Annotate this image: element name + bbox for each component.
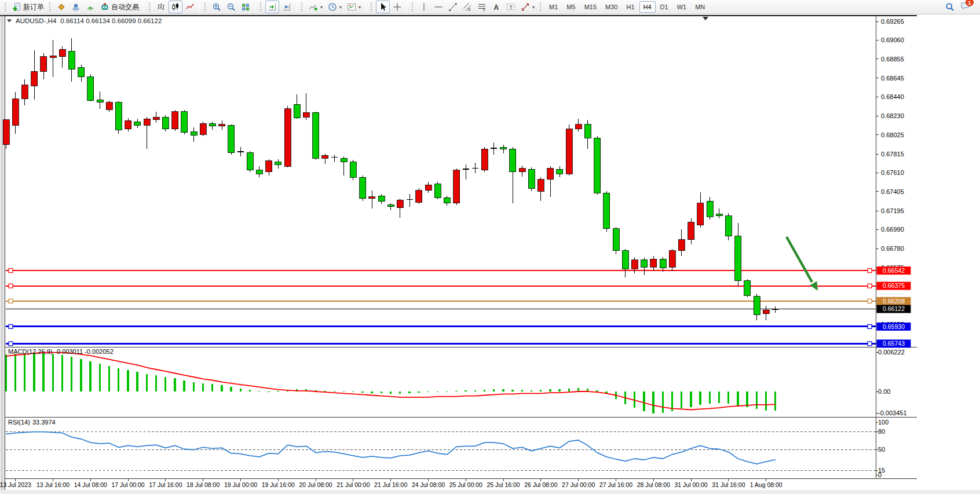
new-order-button[interactable]: 新订单 bbox=[10, 1, 46, 13]
macd-histogram-bar bbox=[361, 391, 364, 393]
line-handle[interactable] bbox=[9, 269, 13, 273]
text-button[interactable]: A bbox=[489, 1, 503, 13]
macd-histogram-bar bbox=[334, 391, 336, 391]
macd-histogram-bar bbox=[71, 357, 73, 391]
timeframe-d1-button[interactable]: D1 bbox=[656, 1, 672, 13]
tile-windows-button[interactable] bbox=[239, 1, 253, 13]
toolbar-separator bbox=[365, 2, 366, 12]
macd-histogram-bar bbox=[136, 372, 138, 391]
indicators-button[interactable]: ▾ bbox=[306, 1, 325, 13]
time-axis-label: 26 Jul 08:00 bbox=[524, 481, 557, 488]
label-icon: T bbox=[506, 2, 515, 12]
time-axis-label: 25 Jul 00:00 bbox=[449, 481, 482, 488]
candle bbox=[275, 162, 281, 165]
horizontal-line-button[interactable] bbox=[432, 1, 445, 13]
candlestick-chart-button[interactable] bbox=[169, 1, 182, 13]
candle bbox=[425, 185, 432, 191]
macd-histogram-bar bbox=[174, 378, 176, 391]
time-axis-label: 13 Jul 2023 bbox=[0, 481, 31, 488]
candle bbox=[763, 310, 769, 313]
line-chart-button[interactable] bbox=[183, 1, 197, 13]
macd-histogram-bar bbox=[108, 366, 111, 392]
line-handle[interactable] bbox=[9, 284, 13, 288]
timeframe-m1-button[interactable]: M1 bbox=[545, 1, 562, 13]
template-icon bbox=[347, 2, 356, 12]
line-handle[interactable] bbox=[868, 284, 872, 288]
macd-histogram-bar bbox=[427, 391, 430, 392]
macd-histogram-bar bbox=[5, 354, 8, 391]
timeframe-h4-button[interactable]: H4 bbox=[639, 1, 656, 13]
fibonacci-button[interactable]: F bbox=[475, 1, 489, 13]
svg-text:0.66990: 0.66990 bbox=[881, 226, 904, 233]
zoom-out-button[interactable] bbox=[224, 1, 238, 13]
trendline-button[interactable] bbox=[446, 1, 460, 13]
candle bbox=[50, 56, 56, 57]
candle bbox=[115, 103, 122, 130]
timeframe-m30-button[interactable]: M30 bbox=[601, 1, 621, 13]
line-handle[interactable] bbox=[868, 269, 872, 273]
channel-icon: E bbox=[463, 2, 472, 12]
macd-histogram-bar bbox=[643, 391, 645, 411]
macd-histogram-bar bbox=[240, 389, 242, 391]
macd-histogram-bar bbox=[652, 391, 654, 414]
line-icon bbox=[185, 2, 195, 12]
chat-button[interactable]: 1 bbox=[960, 1, 970, 13]
equidistant-channel-button[interactable]: E bbox=[460, 1, 474, 13]
macd-histogram-bar bbox=[662, 391, 664, 413]
text-label-button[interactable]: T bbox=[504, 1, 518, 13]
clock-icon bbox=[328, 2, 337, 12]
crosshair-button[interactable] bbox=[390, 1, 404, 13]
candle bbox=[125, 120, 131, 129]
line-handle[interactable] bbox=[9, 324, 13, 328]
price-line-label: 0.66375 bbox=[883, 282, 905, 289]
templates-button[interactable]: ▾ bbox=[345, 1, 363, 13]
candle bbox=[397, 200, 403, 208]
periods-button[interactable]: ▾ bbox=[326, 1, 344, 13]
timeframe-m15-button[interactable]: M15 bbox=[580, 1, 601, 13]
timeframe-w1-button[interactable]: W1 bbox=[673, 1, 691, 13]
chart-shift-button[interactable] bbox=[280, 1, 294, 13]
macd-histogram-bar bbox=[558, 389, 561, 391]
macd-histogram-bar bbox=[343, 391, 345, 392]
price-line-label: 0.65930 bbox=[883, 323, 905, 330]
time-axis-label: 28 Jul 08:00 bbox=[637, 481, 670, 488]
timeframe-mn-button[interactable]: MN bbox=[691, 1, 709, 13]
timeframe-h1-button[interactable]: H1 bbox=[622, 1, 638, 13]
macd-histogram-bar bbox=[52, 354, 54, 391]
line-handle[interactable] bbox=[9, 299, 13, 303]
timeframe-m5-button[interactable]: M5 bbox=[562, 1, 579, 13]
svg-text:AUDUSD-,H40.66114 0.66134 0.66: AUDUSD-,H40.66114 0.66134 0.66099 0.6612… bbox=[16, 17, 162, 24]
auto-trading-button[interactable]: 自动交易 bbox=[98, 1, 141, 13]
candle bbox=[247, 153, 253, 170]
macd-histogram-bar bbox=[33, 353, 35, 391]
candle bbox=[219, 125, 225, 126]
candle bbox=[360, 177, 366, 198]
vertical-line-button[interactable] bbox=[417, 1, 431, 13]
cursor-button[interactable] bbox=[376, 1, 390, 13]
candle bbox=[434, 184, 441, 197]
macd-histogram-bar bbox=[737, 391, 739, 405]
macd-histogram-bar bbox=[24, 353, 26, 391]
auto-scroll-button[interactable] bbox=[265, 1, 279, 13]
time-axis-label: 19 Jul 16:00 bbox=[262, 481, 295, 488]
candle bbox=[716, 214, 722, 216]
hline-icon bbox=[434, 2, 443, 12]
candle bbox=[641, 260, 648, 268]
line-handle[interactable] bbox=[868, 342, 872, 346]
line-handle[interactable] bbox=[868, 324, 872, 328]
zoom-in-button[interactable] bbox=[210, 1, 224, 13]
line-handle[interactable] bbox=[9, 342, 13, 346]
line-handle[interactable] bbox=[868, 299, 872, 303]
toolbar-separator bbox=[296, 2, 297, 12]
search-button[interactable] bbox=[945, 2, 955, 12]
svg-text:E: E bbox=[469, 8, 471, 12]
community-button[interactable] bbox=[69, 1, 83, 13]
metaquotes-button[interactable] bbox=[54, 1, 68, 13]
bar-chart-button[interactable] bbox=[154, 1, 168, 13]
candle bbox=[735, 236, 741, 281]
candle bbox=[209, 123, 215, 126]
svg-text:50: 50 bbox=[878, 446, 885, 453]
arrows-button[interactable]: ▾ bbox=[518, 1, 537, 13]
signals-button[interactable] bbox=[83, 1, 97, 13]
candle bbox=[97, 100, 103, 103]
